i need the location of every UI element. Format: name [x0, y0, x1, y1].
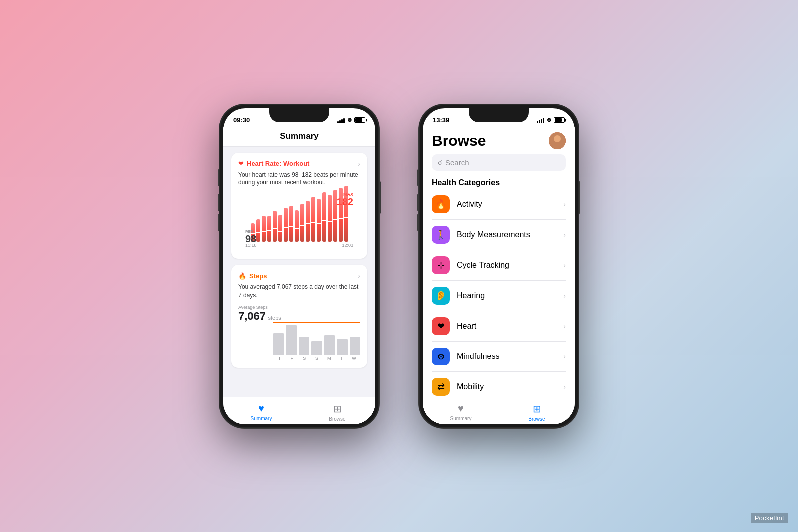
category-item-hearing[interactable]: 👂Hearing›: [432, 281, 566, 311]
steps-bar: [273, 333, 284, 355]
category-chevron: ›: [563, 231, 566, 239]
phone-left-inner: 09:30 ⊛ Summary: [223, 108, 375, 424]
tab-summary-left[interactable]: ♥ Summary: [223, 400, 299, 421]
hr-bar-pair: [289, 206, 293, 242]
steps-day-label: S: [298, 356, 311, 361]
category-icon-heart: ❤: [432, 317, 450, 335]
status-icons-right: ⊛: [537, 117, 565, 123]
category-name-body-measurements: Body Measurements: [457, 230, 563, 239]
steps-bar: [350, 337, 360, 355]
tab-summary-label: Summary: [251, 416, 272, 421]
category-name-mobility: Mobility: [457, 382, 563, 391]
hr-bar-pair: [262, 216, 266, 242]
steps-day-labels: TFSSMTW: [238, 356, 360, 361]
health-categories-title: Health Categories: [432, 178, 566, 187]
hr-bar-pair: [300, 204, 304, 242]
browse-header: Browse ☌: [423, 127, 575, 177]
heart-rate-card[interactable]: ❤ Heart Rate: Workout › Your heart rate …: [231, 153, 367, 259]
tab-browse-right[interactable]: ⊞ Browse: [499, 400, 575, 422]
grid-tab-icon-left: ⊞: [333, 403, 342, 415]
category-item-mobility[interactable]: ⇄Mobility›: [432, 372, 566, 397]
signal-bars-left: [337, 117, 345, 123]
battery-right: [554, 117, 565, 123]
time-left: 09:30: [233, 116, 250, 124]
category-name-activity: Activity: [457, 200, 563, 209]
wifi-icon-left: ⊛: [347, 117, 352, 123]
category-item-heart[interactable]: ❤Heart›: [432, 311, 566, 342]
category-list: 🔥Activity›🚶Body Measurements›⊹Cycle Trac…: [432, 189, 566, 397]
category-item-activity[interactable]: 🔥Activity›: [432, 189, 566, 220]
hr-bar-pair: [284, 208, 288, 242]
category-chevron: ›: [563, 322, 566, 330]
hr-bar-pair: [273, 211, 277, 242]
hr-bar-pair: [256, 219, 260, 242]
category-item-mindfulness[interactable]: ⊛Mindfulness›: [432, 342, 566, 372]
category-item-cycle-tracking[interactable]: ⊹Cycle Tracking›: [432, 250, 566, 281]
hr-min-label: MIN 98: [245, 229, 256, 244]
search-icon: ☌: [438, 159, 442, 166]
search-placeholder: Search: [445, 158, 469, 167]
category-chevron: ›: [563, 261, 566, 269]
summary-scroll: ❤ Heart Rate: Workout › Your heart rate …: [223, 147, 375, 397]
steps-title-row: 🔥 Steps: [238, 272, 267, 280]
category-name-mindfulness: Mindfulness: [457, 352, 563, 361]
card-header-steps: 🔥 Steps ›: [238, 272, 360, 280]
time-right: 13:39: [433, 116, 449, 124]
category-icon-cycle-tracking: ⊹: [432, 256, 450, 274]
steps-day-label: M: [323, 356, 335, 361]
grid-tab-icon-right: ⊞: [533, 403, 541, 415]
heart-icon-small: ❤: [238, 160, 244, 167]
avatar[interactable]: [549, 132, 566, 149]
hr-bar-pair: [333, 190, 337, 242]
hr-bar-pair: [311, 197, 315, 242]
steps-chart: Average Steps 7,067 steps: [238, 305, 360, 355]
hr-bar-pair: [344, 186, 348, 242]
category-icon-body-measurements: 🚶: [432, 226, 450, 244]
phone-right: 13:39 ⊛ Browse: [419, 104, 579, 428]
signal-bars-right: [537, 117, 544, 123]
category-chevron: ›: [563, 292, 566, 300]
hr-min-value: 98: [245, 234, 256, 244]
tab-browse-left[interactable]: ⊞ Browse: [299, 400, 375, 422]
category-icon-hearing: 👂: [432, 287, 450, 305]
category-icon-mindfulness: ⊛: [432, 348, 450, 365]
hr-time-labels: 11:18 12:03: [238, 243, 360, 248]
tab-summary-right[interactable]: ♥ Summary: [423, 400, 499, 421]
category-name-hearing: Hearing: [457, 291, 563, 300]
phone-left: 09:30 ⊛ Summary: [219, 104, 379, 428]
category-chevron: ›: [563, 353, 566, 360]
svg-point-1: [554, 135, 561, 142]
steps-count: 7,067: [238, 310, 266, 322]
notch-right: [469, 108, 529, 122]
card-header-hr: ❤ Heart Rate: Workout ›: [238, 160, 360, 168]
hr-card-title: Heart Rate: Workout: [247, 160, 309, 167]
tab-browse-label-right: Browse: [528, 416, 545, 422]
search-box[interactable]: ☌ Search: [432, 154, 566, 171]
hr-bar-pair: [339, 188, 343, 242]
steps-card-title: Steps: [249, 272, 267, 280]
tab-browse-label-left: Browse: [329, 416, 345, 422]
steps-card[interactable]: 🔥 Steps › You averaged 7,067 steps a day…: [231, 265, 367, 368]
wifi-icon-right: ⊛: [547, 117, 551, 123]
category-name-heart: Heart: [457, 322, 563, 331]
fire-icon: 🔥: [238, 272, 246, 280]
category-item-body-measurements[interactable]: 🚶Body Measurements›: [432, 220, 566, 250]
browse-title: Browse: [432, 132, 486, 149]
hr-bar-pair: [306, 201, 310, 242]
steps-day-label: T: [273, 356, 286, 361]
steps-chevron: ›: [358, 272, 360, 280]
avatar-svg: [549, 132, 566, 149]
summary-screen: Summary ❤ Heart Rate: Workout › Your hea…: [223, 127, 375, 424]
tab-bar-right: ♥ Summary ⊞ Browse: [423, 397, 575, 424]
hr-bar-pair: [267, 216, 271, 242]
hr-chart: MAX 182 MIN 98 11:18: [238, 192, 360, 252]
hr-title-row: ❤ Heart Rate: Workout: [238, 160, 309, 167]
category-name-cycle-tracking: Cycle Tracking: [457, 261, 563, 270]
hr-bar-pair: [328, 195, 332, 242]
avatar-inner: [549, 132, 566, 149]
summary-title: Summary: [223, 127, 375, 147]
steps-day-label: F: [286, 356, 298, 361]
browse-screen: Browse ☌: [423, 127, 575, 424]
steps-avg-text: Average Steps: [238, 305, 281, 310]
steps-day-label: W: [348, 356, 360, 361]
